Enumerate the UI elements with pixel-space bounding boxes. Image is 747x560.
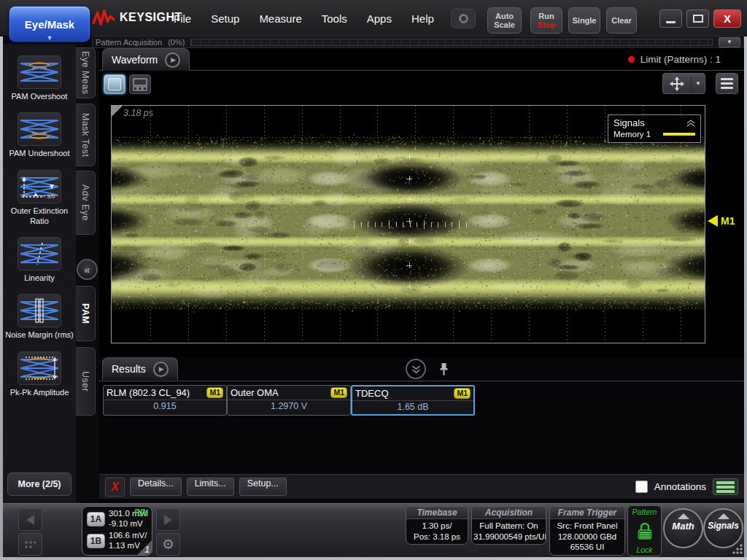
- sidebar-item-outer-extinction-ratio[interactable]: 3/0 Outer Extinction Ratio: [5, 170, 74, 227]
- acquisition-panel[interactable]: Acquisition Full Pattern: On31.99000549 …: [471, 506, 546, 545]
- right-arrow-icon: [164, 515, 172, 525]
- screenshot-button[interactable]: [451, 9, 476, 28]
- waveform-menu-button[interactable]: [716, 73, 738, 94]
- result-card-rlm[interactable]: RLM (802.3 CL_94)M1 0.915: [103, 385, 227, 416]
- pattern-acquisition-label: Pattern Acquisition: [96, 38, 162, 47]
- results-play-icon[interactable]: ▶: [153, 362, 169, 377]
- auto-scale-button[interactable]: AutoScale: [487, 7, 522, 34]
- close-button[interactable]: X: [713, 9, 741, 28]
- pan-dropdown-icon[interactable]: ▼: [692, 80, 705, 87]
- sidebar-item-noise-margin[interactable]: Noise Margin (rms): [5, 294, 74, 340]
- gear-icon: ⚙: [162, 536, 174, 553]
- menu-bar: File Setup Measure Tools Apps Help: [174, 0, 434, 36]
- setup-button[interactable]: Setup...: [239, 478, 287, 496]
- tab-results[interactable]: Results ▶: [102, 357, 178, 380]
- minimize-button[interactable]: [659, 9, 682, 28]
- result-card-tdecq[interactable]: TDECQM1 1.65 dB: [351, 385, 475, 416]
- legend-entry-label: Memory 1: [614, 130, 651, 139]
- clear-button[interactable]: Clear: [606, 7, 637, 34]
- waveform-area: Waveform ▶ Limit (Patterns) : 1 ▼ 3: [99, 48, 744, 357]
- double-chevron-down-icon: [411, 365, 421, 373]
- math-button[interactable]: Math: [663, 508, 703, 548]
- sidebar-item-pam-undershoot[interactable]: PAM Undershoot: [5, 112, 74, 158]
- channel-info-panel[interactable]: 1A 301.0 mV/-9.10 mV 1B 106.6 mV/1.13 mV…: [82, 506, 152, 556]
- grid-layout-icon: [133, 78, 147, 91]
- category-tabstrip: Eye Meas Mask Test Adv Eye « PAM User: [76, 44, 99, 503]
- details-button[interactable]: Details...: [130, 478, 182, 496]
- more-measurements-button[interactable]: More (2/5): [7, 472, 71, 496]
- menu-file[interactable]: File: [174, 12, 191, 25]
- menu-measure[interactable]: Measure: [259, 12, 301, 25]
- pam-undershoot-icon: [18, 112, 61, 146]
- legend-swatch: [663, 133, 695, 136]
- frame-trigger-panel[interactable]: Frame Trigger Src: Front Panel128.00000 …: [549, 506, 625, 556]
- tab-waveform[interactable]: Waveform ▶: [102, 48, 190, 71]
- single-layout-button[interactable]: [104, 74, 125, 94]
- signals-legend[interactable]: Signals Memory 1: [608, 114, 701, 143]
- result-value: 1.2970 V: [228, 400, 350, 411]
- pattern-lock-button[interactable]: Pattern Lock: [627, 505, 662, 556]
- limits-button[interactable]: Limits...: [187, 478, 234, 496]
- measurement-sidebar: PAM Overshoot PAM Undershoot 3/0 Outer E…: [3, 44, 76, 503]
- window-frame-right: [744, 36, 747, 560]
- menu-tools[interactable]: Tools: [322, 12, 347, 25]
- menu-setup[interactable]: Setup: [211, 12, 239, 25]
- up-triangle-icon: [718, 513, 729, 519]
- svg-text:3/0: 3/0: [47, 193, 55, 199]
- play-icon[interactable]: ▶: [165, 52, 180, 68]
- result-value: 0.915: [104, 400, 226, 411]
- pin-icon[interactable]: [439, 362, 449, 376]
- tab-pam[interactable]: PAM: [76, 286, 96, 341]
- waveform-tabrow: Waveform ▶ Limit (Patterns) : 1: [99, 48, 744, 71]
- annotation-color-button[interactable]: [713, 478, 738, 495]
- collapse-sidebar-button[interactable]: «: [77, 259, 98, 280]
- channel-settings-button[interactable]: ⚙: [156, 533, 180, 556]
- window-frame-bottom: [0, 557, 747, 560]
- single-button[interactable]: Single: [568, 7, 600, 34]
- sidebar-item-pkpk-amplitude[interactable]: Pk-Pk Amplitude: [5, 351, 74, 397]
- hamburger-icon: [721, 78, 733, 80]
- tab-user[interactable]: User: [76, 347, 96, 416]
- timebase-panel[interactable]: Timebase 1.30 ps/Pos: 3.18 ps: [406, 506, 468, 545]
- resize-grip[interactable]: [732, 543, 743, 555]
- results-tabrow: Results ▶: [99, 357, 744, 381]
- app-window: KEYSIGHT File Setup Measure Tools Apps H…: [0, 0, 747, 560]
- grid-layout-button[interactable]: [129, 74, 151, 94]
- progress-dropdown-button[interactable]: ▼: [719, 37, 740, 47]
- legend-collapse-icon[interactable]: [686, 120, 695, 127]
- signals-button[interactable]: Signals: [703, 508, 743, 548]
- channel-1a-badge[interactable]: 1A: [87, 512, 105, 526]
- menu-apps[interactable]: Apps: [367, 12, 392, 25]
- tab-mask-test[interactable]: Mask Test: [76, 104, 96, 166]
- pattern-acquisition-percent: (0%): [168, 38, 185, 47]
- tab-adv-eye[interactable]: Adv Eye: [76, 171, 96, 235]
- tab-eye-meas[interactable]: Eye Meas: [76, 47, 96, 98]
- maximize-icon: [693, 15, 703, 23]
- pan-tool-button[interactable]: ▼: [662, 73, 705, 94]
- annotations-checkbox[interactable]: [635, 481, 648, 493]
- single-layout-icon: [108, 78, 121, 90]
- marker-m1[interactable]: M1: [708, 215, 735, 227]
- delete-measurement-button[interactable]: X: [105, 478, 125, 497]
- channel-grid-button[interactable]: [18, 533, 42, 556]
- maximize-button[interactable]: [686, 9, 709, 28]
- window-controls: X: [659, 9, 741, 28]
- source-badge: M1: [454, 388, 471, 399]
- pattern-waveform-icon: [135, 508, 150, 516]
- results-panel: Results ▶ RLM (802.3 CL_94)M1 0.915 Oute…: [99, 357, 744, 503]
- eye-diagram-plot[interactable]: 3.18 ps Signals Memory 1: [111, 105, 705, 343]
- run-stop-button[interactable]: RunStop: [530, 7, 562, 34]
- eye-mask-mode-button[interactable]: Eye/Mask ▼: [9, 6, 90, 42]
- collapse-chevrons-icon: «: [84, 263, 90, 276]
- result-card-outer-oma[interactable]: Outer OMAM1 1.2970 V: [227, 385, 351, 416]
- outer-extinction-ratio-icon: 3/0: [18, 170, 61, 203]
- channel-1b-badge[interactable]: 1B: [87, 534, 105, 548]
- window-frame-left: [0, 36, 3, 560]
- sidebar-item-linearity[interactable]: Linearity: [5, 237, 74, 283]
- results-collapse-button[interactable]: [406, 359, 426, 379]
- prev-channel-button[interactable]: [18, 508, 42, 531]
- up-triangle-icon: [678, 513, 689, 519]
- menu-help[interactable]: Help: [411, 12, 434, 25]
- next-channel-button[interactable]: [156, 508, 180, 531]
- sidebar-item-pam-overshoot[interactable]: PAM Overshoot: [5, 55, 74, 101]
